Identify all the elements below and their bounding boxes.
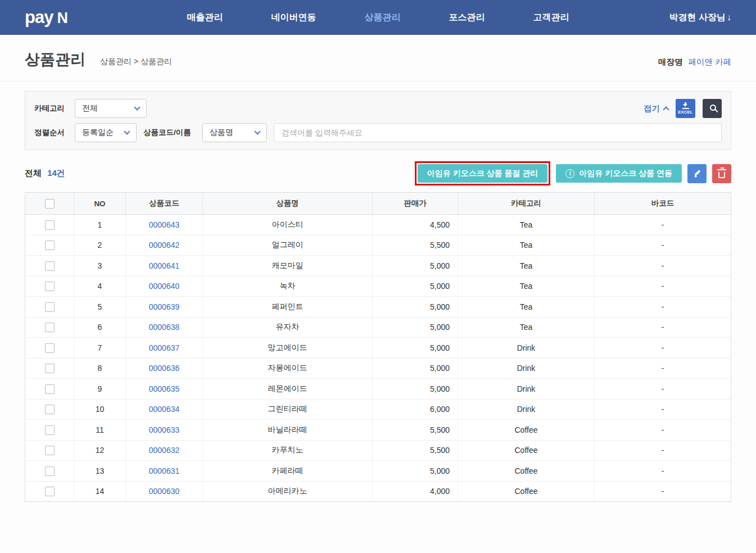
row-checkbox[interactable] — [45, 241, 55, 250]
product-code-link[interactable]: 0000633 — [149, 425, 180, 434]
row-checkbox[interactable] — [45, 261, 55, 271]
nav-item[interactable]: 상품관리 — [365, 12, 401, 24]
kiosk-sync-button[interactable]: 아임유 키오스크 상품 연동 — [556, 164, 682, 183]
row-checkbox[interactable] — [45, 425, 55, 435]
product-category: Drink — [458, 338, 595, 359]
product-price: 5,000 — [373, 276, 458, 297]
product-barcode: - — [595, 256, 731, 276]
product-barcode: - — [595, 358, 731, 379]
excel-download-button[interactable]: EXCEL — [676, 99, 695, 118]
table-row: 30000641캐모마일5,000Tea- — [25, 256, 731, 276]
product-category: Tea — [458, 276, 595, 297]
row-number: 14 — [74, 481, 126, 502]
user-menu[interactable]: 박경현 사장님 ↓ — [669, 12, 731, 24]
product-name: 바닐라라떼 — [203, 420, 373, 441]
product-code-link[interactable]: 0000643 — [149, 220, 180, 229]
product-code-link[interactable]: 0000639 — [149, 302, 180, 311]
select-all-checkbox[interactable] — [45, 199, 55, 208]
row-checkbox[interactable] — [45, 302, 55, 312]
download-icon — [682, 102, 689, 108]
table-row: 90000635레몬에이드5,000Drink- — [25, 379, 731, 400]
search-field-select[interactable]: 상품명 — [202, 123, 267, 142]
product-name: 레몬에이드 — [203, 379, 373, 400]
product-category: Coffee — [458, 420, 595, 441]
row-checkbox[interactable] — [45, 364, 55, 373]
product-code-link[interactable]: 0000631 — [149, 466, 180, 475]
product-code-link[interactable]: 0000635 — [149, 384, 180, 393]
category-select[interactable]: 전체 — [75, 99, 147, 118]
product-category: Coffee — [458, 440, 595, 461]
store-name-link[interactable]: 페이앤 카페 — [688, 57, 731, 66]
breadcrumb: 상품관리 > 상품관리 — [100, 57, 172, 67]
filter-right-controls: 접기 EXCEL — [644, 99, 722, 118]
edit-button[interactable] — [687, 164, 707, 183]
nav-item[interactable]: 포스관리 — [449, 12, 485, 24]
product-code-link[interactable]: 0000636 — [149, 364, 180, 373]
total-label: 전체 — [25, 168, 42, 178]
product-code-link[interactable]: 0000640 — [149, 282, 180, 291]
row-checkbox[interactable] — [45, 343, 55, 353]
row-checkbox[interactable] — [45, 384, 55, 394]
row-number: 11 — [74, 420, 126, 441]
row-checkbox[interactable] — [45, 446, 55, 455]
product-name: 녹차 — [203, 276, 373, 297]
nav-item[interactable]: 고객관리 — [533, 12, 569, 24]
header-price: 판매가 — [373, 193, 458, 215]
product-name: 캐모마일 — [203, 256, 373, 276]
product-category: Drink — [458, 358, 595, 379]
product-name: 자몽에이드 — [203, 358, 373, 379]
row-checkbox[interactable] — [45, 405, 55, 414]
product-code-link[interactable]: 0000637 — [149, 343, 180, 352]
product-category: Tea — [458, 256, 595, 276]
code-name-label: 상품코드/이름 — [143, 128, 191, 138]
nav-item[interactable]: 매출관리 — [187, 12, 223, 24]
total-count-box: 전체 14건 — [25, 168, 65, 179]
product-code-link[interactable]: 0000641 — [149, 261, 180, 270]
logo-n-text: N — [57, 10, 68, 27]
delete-button[interactable] — [712, 164, 731, 183]
search-button[interactable] — [703, 99, 722, 118]
product-name: 유자차 — [203, 317, 373, 338]
product-barcode: - — [595, 235, 731, 256]
product-code-link[interactable]: 0000630 — [149, 487, 180, 496]
product-barcode: - — [595, 317, 731, 338]
kiosk-soldout-manage-button[interactable]: 아임유 키오스크 상품 품절 관리 — [418, 164, 548, 183]
product-code-link[interactable]: 0000632 — [149, 446, 180, 455]
product-price: 5,000 — [373, 297, 458, 318]
product-code-link[interactable]: 0000642 — [149, 241, 180, 250]
logo-pay-text: pay — [25, 7, 53, 28]
product-code-link[interactable]: 0000638 — [149, 323, 180, 332]
header-product-name: 상품명 — [203, 193, 373, 215]
product-table: NO 상품코드 상품명 판매가 카테고리 바코드 10000643아이스티4,5… — [25, 192, 731, 502]
header-no: NO — [74, 193, 126, 215]
filter-row-search: 정렬순서 등록일순 상품코드/이름 상품명 — [34, 123, 722, 142]
sort-select[interactable]: 등록일순 — [75, 123, 137, 142]
product-price: 5,000 — [373, 358, 458, 379]
row-checkbox[interactable] — [45, 466, 55, 476]
product-barcode: - — [595, 379, 731, 400]
row-checkbox[interactable] — [45, 220, 55, 230]
row-checkbox[interactable] — [45, 282, 55, 291]
product-price: 5,000 — [373, 256, 458, 276]
search-icon — [710, 105, 716, 111]
product-barcode: - — [595, 338, 731, 359]
search-input[interactable] — [274, 123, 722, 142]
row-checkbox[interactable] — [45, 323, 55, 332]
product-code-link[interactable]: 0000634 — [149, 405, 180, 414]
collapse-toggle[interactable]: 접기 — [644, 103, 668, 114]
row-number: 12 — [74, 440, 126, 461]
row-number: 10 — [74, 399, 126, 420]
nav-item[interactable]: 네이버연동 — [271, 12, 316, 24]
product-price: 5,000 — [373, 379, 458, 400]
row-checkbox[interactable] — [45, 487, 55, 496]
product-barcode: - — [595, 297, 731, 318]
app-logo[interactable]: pay N — [25, 7, 68, 28]
product-table-container: NO 상품코드 상품명 판매가 카테고리 바코드 10000643아이스티4,5… — [25, 192, 731, 502]
category-label: 카테고리 — [34, 103, 75, 114]
product-name: 카푸치노 — [203, 440, 373, 461]
product-price: 4,500 — [373, 215, 458, 235]
red-highlight-box: 아임유 키오스크 상품 품절 관리 — [415, 161, 551, 185]
sort-label: 정렬순서 — [34, 128, 75, 138]
header-category: 카테고리 — [458, 193, 595, 215]
table-row: 20000642얼그레이5,500Tea- — [25, 235, 731, 256]
